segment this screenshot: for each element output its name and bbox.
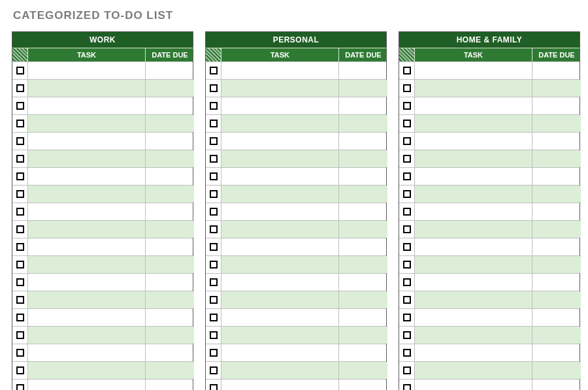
date-due-cell[interactable] <box>146 186 194 203</box>
date-due-cell[interactable] <box>532 133 581 150</box>
task-cell[interactable] <box>28 291 146 308</box>
date-due-cell[interactable] <box>532 309 581 326</box>
task-checkbox[interactable] <box>210 102 218 110</box>
task-checkbox[interactable] <box>210 155 218 163</box>
task-cell[interactable] <box>221 133 339 150</box>
date-due-cell[interactable] <box>146 256 194 273</box>
task-checkbox[interactable] <box>210 84 218 92</box>
task-cell[interactable] <box>28 256 146 273</box>
task-cell[interactable] <box>28 115 146 132</box>
task-checkbox[interactable] <box>16 67 24 74</box>
task-cell[interactable] <box>415 238 532 255</box>
task-checkbox[interactable] <box>403 84 411 92</box>
date-due-cell[interactable] <box>146 150 194 167</box>
task-cell[interactable] <box>28 274 146 291</box>
date-due-cell[interactable] <box>146 221 194 238</box>
task-cell[interactable] <box>221 380 339 390</box>
date-due-cell[interactable] <box>339 62 387 79</box>
task-cell[interactable] <box>221 362 339 379</box>
task-cell[interactable] <box>415 133 532 150</box>
date-due-cell[interactable] <box>146 133 194 150</box>
date-due-cell[interactable] <box>339 115 387 132</box>
date-due-cell[interactable] <box>339 274 387 291</box>
task-cell[interactable] <box>28 309 146 326</box>
date-due-cell[interactable] <box>532 80 581 97</box>
task-cell[interactable] <box>221 344 339 361</box>
task-cell[interactable] <box>28 62 146 79</box>
date-due-cell[interactable] <box>146 327 194 344</box>
task-cell[interactable] <box>415 221 532 238</box>
date-due-cell[interactable] <box>146 168 194 185</box>
task-checkbox[interactable] <box>403 208 411 216</box>
task-cell[interactable] <box>415 115 532 132</box>
task-checkbox[interactable] <box>16 172 24 180</box>
task-checkbox[interactable] <box>403 67 411 74</box>
task-cell[interactable] <box>28 133 146 150</box>
date-due-cell[interactable] <box>146 62 194 79</box>
date-due-cell[interactable] <box>339 203 387 220</box>
date-due-cell[interactable] <box>146 203 194 220</box>
task-checkbox[interactable] <box>403 384 411 390</box>
date-due-cell[interactable] <box>532 274 581 291</box>
task-checkbox[interactable] <box>403 278 411 286</box>
task-checkbox[interactable] <box>403 296 411 304</box>
task-cell[interactable] <box>221 115 339 132</box>
date-due-cell[interactable] <box>339 150 387 167</box>
date-due-cell[interactable] <box>532 150 581 167</box>
task-cell[interactable] <box>221 62 339 79</box>
task-cell[interactable] <box>28 221 146 238</box>
task-cell[interactable] <box>221 309 339 326</box>
date-due-cell[interactable] <box>146 97 194 114</box>
date-due-cell[interactable] <box>146 344 194 361</box>
task-checkbox[interactable] <box>210 278 218 286</box>
task-checkbox[interactable] <box>403 172 411 180</box>
task-cell[interactable] <box>221 291 339 308</box>
task-cell[interactable] <box>221 238 339 255</box>
task-checkbox[interactable] <box>16 296 24 304</box>
task-checkbox[interactable] <box>403 349 411 357</box>
task-cell[interactable] <box>28 203 146 220</box>
task-checkbox[interactable] <box>210 331 218 339</box>
task-checkbox[interactable] <box>403 155 411 163</box>
date-due-cell[interactable] <box>339 380 387 390</box>
task-checkbox[interactable] <box>16 243 24 251</box>
date-due-cell[interactable] <box>532 362 581 379</box>
task-checkbox[interactable] <box>403 243 411 251</box>
task-checkbox[interactable] <box>403 102 411 110</box>
task-checkbox[interactable] <box>16 278 24 286</box>
task-cell[interactable] <box>415 256 532 273</box>
task-cell[interactable] <box>28 380 146 390</box>
task-checkbox[interactable] <box>16 208 24 216</box>
task-checkbox[interactable] <box>16 225 24 233</box>
task-checkbox[interactable] <box>16 155 24 163</box>
task-checkbox[interactable] <box>210 225 218 233</box>
task-cell[interactable] <box>28 238 146 255</box>
task-cell[interactable] <box>221 186 339 203</box>
task-checkbox[interactable] <box>210 349 218 357</box>
task-cell[interactable] <box>221 203 339 220</box>
date-due-cell[interactable] <box>146 115 194 132</box>
task-checkbox[interactable] <box>16 366 24 374</box>
task-checkbox[interactable] <box>210 366 218 374</box>
date-due-cell[interactable] <box>339 221 387 238</box>
task-checkbox[interactable] <box>16 349 24 357</box>
task-cell[interactable] <box>221 150 339 167</box>
date-due-cell[interactable] <box>532 380 581 390</box>
task-cell[interactable] <box>221 256 339 273</box>
task-checkbox[interactable] <box>16 137 24 145</box>
task-cell[interactable] <box>28 362 146 379</box>
task-cell[interactable] <box>221 274 339 291</box>
task-checkbox[interactable] <box>210 137 218 145</box>
task-checkbox[interactable] <box>16 120 24 127</box>
task-cell[interactable] <box>221 80 339 97</box>
date-due-cell[interactable] <box>339 80 387 97</box>
date-due-cell[interactable] <box>532 221 581 238</box>
date-due-cell[interactable] <box>339 309 387 326</box>
task-cell[interactable] <box>415 274 532 291</box>
date-due-cell[interactable] <box>532 97 581 114</box>
task-checkbox[interactable] <box>210 67 218 74</box>
date-due-cell[interactable] <box>339 133 387 150</box>
date-due-cell[interactable] <box>532 168 581 185</box>
date-due-cell[interactable] <box>339 238 387 255</box>
date-due-cell[interactable] <box>339 362 387 379</box>
